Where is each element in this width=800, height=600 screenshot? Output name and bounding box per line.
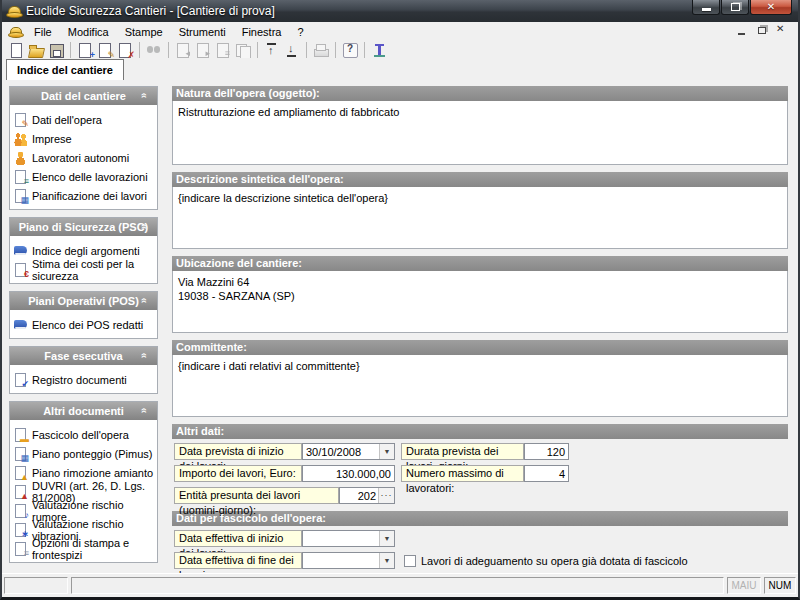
titlebar[interactable]: Euclide Sicurezza Cantieri - [Cantiere d… — [0, 0, 800, 22]
committente-textarea[interactable]: {indicare i dati relativi al committente… — [172, 355, 788, 417]
status-panel — [71, 577, 724, 594]
help-icon[interactable] — [341, 42, 359, 58]
mdi-system-menu-icon[interactable] — [8, 26, 22, 38]
natura-opera-textarea[interactable]: Ristrutturazione ed ampliamento di fabbr… — [172, 101, 788, 165]
minimize-button[interactable] — [692, 0, 720, 15]
add-record-icon[interactable]: + — [76, 42, 94, 58]
sidebar-item-pianificazione-lavori[interactable]: ▦ Pianificazione dei lavori — [13, 186, 155, 205]
durata-input[interactable]: 120 — [524, 443, 569, 460]
sidebar-item-label: Indice degli argomenti — [32, 245, 140, 257]
menu-stampe[interactable]: Stampe — [117, 24, 171, 40]
chevron-down-icon[interactable] — [379, 531, 394, 546]
sidebar-item-label: Registro documenti — [32, 374, 127, 386]
menu-strumenti[interactable]: Strumenti — [171, 24, 234, 40]
group-header[interactable]: Altri documenti — [10, 402, 157, 420]
restore-button[interactable] — [721, 0, 749, 15]
dossier-icon: ▬ — [13, 428, 28, 442]
sidebar-item-label: Imprese — [32, 133, 72, 145]
fascicolo-form: Data effettiva di inizio dei lavori: Dat… — [172, 526, 788, 573]
toolbar-separator — [364, 42, 365, 58]
data-eff-inizio-dropdown[interactable] — [302, 530, 395, 547]
sidebar-item-label: Opzioni di stampa e frontespizi — [32, 537, 155, 561]
section-header-natura-opera: Natura dell'opera (oggetto): — [172, 86, 788, 101]
sidebar-item-opzioni-stampa[interactable]: ≡ Opzioni di stampa e frontespizi — [13, 539, 155, 558]
sidebar-item-fascicolo-opera[interactable]: ▬ Fascicolo dell'opera — [13, 425, 155, 444]
sidebar-item-registro-documenti[interactable]: ✔ Registro documenti — [13, 370, 155, 389]
ellipsis-button[interactable] — [378, 488, 394, 503]
collapse-chevron-icon[interactable] — [141, 90, 153, 102]
status-panel — [4, 577, 68, 594]
group-header[interactable]: Piano di Sicurezza (PSC) — [10, 218, 157, 236]
section-header-fascicolo: Dati per fascicolo dell'opera: — [172, 511, 788, 526]
delete-record-icon[interactable]: ✗ — [116, 42, 134, 58]
sidebar-item-lavoratori-autonomi[interactable]: Lavoratori autonomi — [13, 148, 155, 167]
adeguamento-checkbox[interactable] — [404, 555, 416, 567]
max-lavoratori-input[interactable]: 4 — [524, 465, 569, 482]
durata-label: Durata prevista dei lavori, giorni: — [401, 443, 524, 460]
open-icon[interactable] — [27, 42, 45, 58]
ubicazione-textarea[interactable]: Via Mazzini 64 19038 - SARZANA (SP) — [172, 271, 788, 333]
group-altri-documenti: Altri documenti ▬ Fascicolo dell'opera ▦… — [9, 401, 158, 563]
exit-column-icon[interactable] — [370, 42, 388, 58]
toolbar-separator — [335, 42, 336, 58]
record-previous-icon[interactable]: ◂ — [174, 42, 192, 58]
toolbar-separator — [70, 42, 71, 58]
mdi-close-icon[interactable] — [776, 24, 788, 36]
euro-cost-icon: € — [13, 263, 28, 277]
altri-dati-form: Data prevista di inizio dei lavori: 30/1… — [172, 439, 788, 511]
record-next-icon[interactable]: ▸ — [194, 42, 212, 58]
close-button[interactable] — [750, 0, 792, 15]
collapse-chevron-icon[interactable] — [141, 350, 153, 362]
sidebar-item-stima-costi[interactable]: € Stima dei costi per la sicurezza — [13, 260, 155, 279]
collapse-chevron-icon[interactable] — [141, 295, 153, 307]
menu-file[interactable]: File — [26, 24, 60, 40]
toolbar-separator — [168, 42, 169, 58]
edit-record-icon[interactable]: ✎ — [96, 42, 114, 58]
mdi-restore-icon[interactable] — [756, 24, 768, 36]
importo-input[interactable]: 130.000,00 — [302, 465, 395, 482]
sidebar-item-label: Stima dei costi per la sicurezza — [32, 258, 155, 282]
mdi-minimize-icon[interactable] — [736, 24, 748, 36]
main-panel: Natura dell'opera (oggetto): Ristruttura… — [172, 86, 788, 573]
menu-help[interactable]: ? — [289, 24, 311, 40]
sidebar-item-piano-ponteggio[interactable]: ▦ Piano ponteggio (Pimus) — [13, 444, 155, 463]
max-lavoratori-label: Numero massimo di lavoratori: — [401, 465, 524, 482]
data-inizio-dropdown[interactable]: 30/10/2008 — [302, 443, 395, 460]
group-header[interactable]: Piani Operativi (POS) — [10, 292, 157, 310]
sidebar-item-dati-dellopera[interactable]: ✎ Dati dell'opera — [13, 110, 155, 129]
chevron-down-icon[interactable] — [379, 444, 394, 459]
caps-lock-indicator: MAIU — [727, 577, 761, 594]
collapse-chevron-icon[interactable] — [141, 221, 153, 233]
entita-input[interactable]: 202 — [339, 487, 395, 504]
menu-modifica[interactable]: Modifica — [60, 24, 117, 40]
companies-people-icon — [13, 132, 28, 146]
move-up-icon[interactable] — [263, 42, 281, 58]
print-record-icon[interactable]: ≡ — [214, 42, 232, 58]
sidebar-item-imprese[interactable]: Imprese — [13, 129, 155, 148]
move-down-icon[interactable] — [283, 42, 301, 58]
scaffolding-plan-icon: ▦ — [13, 447, 28, 461]
blue-book-icon — [13, 244, 28, 258]
planning-chart-icon: ▦ — [13, 189, 28, 203]
sidebar-item-elenco-pos[interactable]: Elenco dei POS redatti — [13, 315, 155, 334]
section-header-committente: Committente: — [172, 340, 788, 355]
document-check-icon: ✔ — [13, 373, 28, 387]
adeguamento-checkbox-label: Lavori di adeguamento su opera già dotat… — [421, 554, 688, 568]
group-header[interactable]: Fase esecutiva — [10, 347, 157, 365]
descrizione-textarea[interactable]: {indicare la descrizione sintetica dell'… — [172, 187, 788, 249]
group-header[interactable]: Dati del cantiere — [10, 87, 157, 105]
copy-icon[interactable] — [234, 42, 252, 58]
search-icon[interactable] — [145, 42, 163, 58]
menu-finestra[interactable]: Finestra — [234, 24, 290, 40]
tab-indice-del-cantiere[interactable]: Indice del cantiere — [6, 59, 124, 80]
sidebar-item-label: Piano rimozione amianto — [32, 467, 153, 479]
chevron-down-icon[interactable] — [379, 553, 394, 568]
save-icon[interactable] — [47, 42, 65, 58]
sidebar-item-elenco-lavorazioni[interactable]: ≡ Elenco delle lavorazioni — [13, 167, 155, 186]
collapse-chevron-icon[interactable] — [141, 405, 153, 417]
print-icon[interactable] — [312, 42, 330, 58]
importo-label: Importo dei lavori, Euro: — [174, 465, 302, 482]
sidebar-item-label: Elenco dei POS redatti — [32, 319, 143, 331]
new-document-icon[interactable] — [7, 42, 25, 58]
data-eff-fine-dropdown[interactable] — [302, 552, 395, 569]
